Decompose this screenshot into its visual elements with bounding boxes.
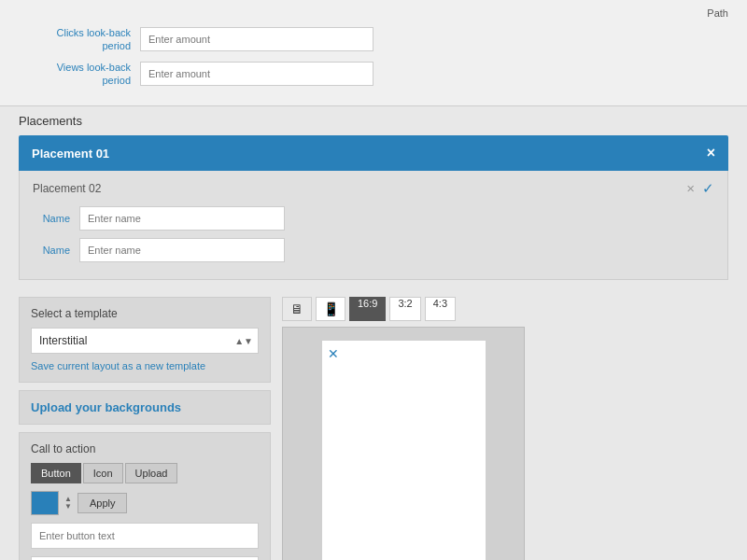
views-input[interactable] — [140, 62, 374, 86]
select-template-title: Select a template — [31, 307, 259, 320]
color-row: ▲ ▼ Apply — [31, 491, 259, 515]
color-swatch[interactable] — [31, 491, 59, 515]
clicks-row: Clicks look-backperiod — [19, 26, 728, 53]
cta-tab-button[interactable]: Button — [31, 463, 81, 483]
cta-tabs: Button Icon Upload — [31, 463, 259, 483]
upload-backgrounds-box: Upload your backgrounds — [19, 390, 271, 425]
font-select[interactable]: Helvetica Arial Times New Roman — [31, 556, 259, 560]
page-wrapper: Path Clicks look-backperiod Views look-b… — [0, 0, 747, 560]
placement-01-close-icon[interactable]: × — [707, 145, 715, 161]
placement-02-header: Placement 02 × ✓ — [33, 180, 714, 197]
desktop-icon-btn[interactable]: 🖥 — [282, 297, 312, 321]
placement-02-name-input-1[interactable] — [79, 206, 285, 231]
apply-button[interactable]: Apply — [78, 493, 128, 513]
placement-01-label: Placement 01 — [32, 147, 109, 161]
preview-toolbar: 🖥 📱 16:9 3:2 4:3 — [282, 297, 728, 321]
left-panel: Select a template Interstitial Banner Na… — [19, 297, 271, 560]
clicks-label: Clicks look-backperiod — [19, 26, 140, 53]
template-select[interactable]: Interstitial Banner Native — [31, 328, 259, 354]
preview-close-icon[interactable]: ✕ — [328, 346, 339, 361]
cta-title: Call to action — [31, 442, 259, 455]
views-label: Views look-backperiod — [19, 61, 140, 88]
ratio-3-2-btn[interactable]: 3:2 — [389, 297, 420, 321]
button-text-input[interactable] — [31, 523, 259, 549]
preview-canvas: ✕ — [282, 327, 525, 560]
path-label: Path — [707, 7, 728, 19]
cta-tab-icon[interactable]: Icon — [83, 463, 123, 483]
placement-02-name-label-1: Name — [33, 213, 79, 224]
tablet-icon: 📱 — [323, 301, 339, 316]
placement-02-close-icon[interactable]: × — [686, 180, 695, 197]
placement-01-bar: Placement 01 × — [19, 135, 728, 171]
select-template-box: Select a template Interstitial Banner Na… — [19, 297, 271, 383]
save-layout-link[interactable]: Save current layout as a new template — [31, 360, 205, 371]
placement-02-name-label-2: Name — [33, 245, 79, 256]
ratio-16-9-btn[interactable]: 16:9 — [349, 297, 386, 321]
cta-tab-upload[interactable]: Upload — [125, 463, 178, 483]
placement-02-block: Placement 02 × ✓ Name Name — [19, 171, 728, 280]
placement-02-name-row-2: Name — [33, 238, 714, 262]
ratio-4-3-btn[interactable]: 4:3 — [425, 297, 456, 321]
main-content: Select a template Interstitial Banner Na… — [0, 287, 747, 560]
preview-inner: ✕ — [322, 341, 486, 560]
placements-section: Placements Placement 01 × Placement 02 ×… — [0, 106, 747, 287]
template-select-wrapper: Interstitial Banner Native ▲▼ — [31, 328, 259, 354]
font-select-wrapper: Helvetica Arial Times New Roman ▲▼ — [31, 556, 259, 560]
right-panel: 🖥 📱 16:9 3:2 4:3 ✕ — [282, 297, 728, 560]
views-row: Views look-backperiod — [19, 61, 728, 88]
placement-02-check-icon[interactable]: ✓ — [702, 180, 714, 197]
cta-box: Call to action Button Icon Upload ▲ ▼ Ap… — [19, 432, 271, 560]
upload-backgrounds-title[interactable]: Upload your backgrounds — [31, 400, 259, 414]
tablet-icon-btn[interactable]: 📱 — [316, 297, 345, 321]
placement-02-actions: × ✓ — [686, 180, 714, 197]
path-row: Path — [19, 7, 728, 19]
desktop-icon: 🖥 — [290, 301, 303, 316]
stepper-down-icon[interactable]: ▼ — [64, 503, 72, 511]
color-stepper[interactable]: ▲ ▼ — [64, 496, 72, 511]
placement-02-name-input-2[interactable] — [79, 238, 285, 262]
placement-02-name-row-1: Name — [33, 206, 714, 231]
top-section: Path Clicks look-backperiod Views look-b… — [0, 0, 747, 106]
placement-02-title: Placement 02 — [33, 182, 101, 195]
placements-title: Placements — [19, 114, 728, 128]
clicks-input[interactable] — [140, 27, 374, 51]
